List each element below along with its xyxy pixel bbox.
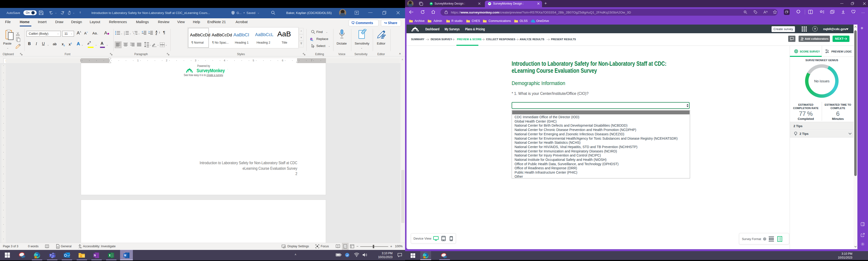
svg-text:c: c — [312, 39, 313, 41]
svg-text:i: i — [134, 34, 134, 35]
svg-text:3: 3 — [124, 34, 125, 35]
